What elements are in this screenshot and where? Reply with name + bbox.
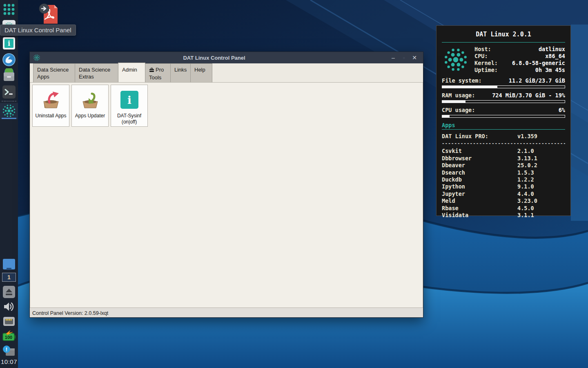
titlebar[interactable]: DAT Linux Control Panel – ▫ ✕: [30, 52, 423, 63]
dat-linux-logo-icon: [443, 47, 469, 73]
meter-value: 11.2 GiB/23.7 GiB: [509, 77, 565, 84]
admin-tab-content: Uninstall Apps Apps Updater i DAT-Sy: [30, 83, 423, 307]
tab-links[interactable]: Links: [170, 63, 191, 82]
desktop: i 1: [0, 0, 588, 368]
uninstall-apps-button[interactable]: Uninstall Apps: [32, 85, 69, 127]
uninstall-apps-label: Uninstall Apps: [34, 113, 67, 119]
terminal-icon[interactable]: [2, 85, 16, 99]
eject-icon[interactable]: [2, 285, 16, 298]
launcher-tooltip: DAT Linux Control Panel: [0, 25, 76, 36]
filesystem-meter: File system:11.2 GiB/23.7 GiB: [442, 77, 565, 88]
taskbar-item-dat-control-panel[interactable]: [0, 103, 18, 119]
package-row: Dbeaver25.0.2: [442, 162, 565, 169]
dat-linux-logo-icon: [2, 103, 16, 118]
clock[interactable]: 10:07: [1, 358, 17, 365]
dashed-divider: ----------------------------------------…: [442, 141, 565, 146]
filesystem-bar: [442, 85, 565, 88]
notifications-icon[interactable]: !: [2, 344, 16, 357]
divider: [442, 129, 565, 130]
system-info-icon[interactable]: i: [2, 37, 16, 50]
package-row: Visidata3.1.1: [442, 212, 565, 219]
workspace-number: 1: [7, 274, 11, 280]
info-label: CPU:: [474, 53, 502, 60]
tab-bar: Data Science Apps Data Science Extras Ad…: [30, 63, 423, 83]
meter-value: 724 MiB/3.70 GiB - 19%: [492, 92, 565, 99]
control-panel-window: DAT Linux Control Panel – ▫ ✕ Data Scien…: [29, 52, 423, 318]
taskbar: i 1: [0, 0, 18, 368]
ram-bar: [442, 100, 565, 103]
dat-sysinf-label: DAT-Sysinf (on|off): [111, 113, 147, 125]
svg-text:i: i: [127, 94, 131, 106]
cpu-bar: [442, 115, 565, 118]
meter-label: RAM usage:: [442, 92, 475, 99]
workspace-pager[interactable]: 1: [2, 273, 16, 282]
tab-data-science-apps[interactable]: Data Science Apps: [33, 63, 75, 82]
tab-help[interactable]: Help: [190, 63, 212, 82]
battery-percent-label: 100: [5, 335, 12, 340]
svg-text:i: i: [8, 40, 10, 47]
pdf-file-icon: [39, 3, 60, 25]
pro-label: DAT Linux PRO:: [442, 133, 517, 140]
apps-updater-label: Apps Updater: [74, 113, 106, 119]
pro-version-row: DAT Linux PRO:v1.359: [442, 133, 565, 140]
apps-section-header: Apps: [442, 122, 565, 128]
dat-sysinf-icon: i: [120, 89, 139, 110]
apps-updater-icon: [80, 89, 101, 110]
meter-label: File system:: [442, 77, 482, 84]
status-bar: Control Panel Version: 2.0.59-lxqt: [30, 307, 423, 317]
meter-value: 6%: [559, 107, 565, 113]
clock-label: 10:07: [1, 358, 17, 365]
apps-updater-button[interactable]: Apps Updater: [71, 85, 109, 127]
status-text: Control Panel Version: 2.0.59-lxqt: [32, 310, 108, 316]
close-button[interactable]: ✕: [409, 54, 420, 62]
info-label: Uptime:: [474, 67, 502, 74]
package-row: Ipython9.1.0: [442, 183, 565, 190]
window-title: DAT Linux Control Panel: [40, 55, 388, 61]
package-row: Duckdb1.2.2: [442, 176, 565, 183]
show-desktop-icon[interactable]: [2, 258, 16, 271]
tab-admin[interactable]: Admin: [118, 63, 145, 82]
dat-sysinf-button[interactable]: i DAT-Sysinf (on|off): [111, 85, 148, 127]
tab-pro-tools[interactable]: Pro Tools: [145, 63, 171, 82]
file-manager-icon[interactable]: [2, 68, 16, 82]
minimize-button[interactable]: –: [388, 54, 399, 62]
info-label: Host:: [474, 46, 502, 53]
system-info-widget: DAT Linux 2.0.1 Host:datlinux CPU:x86_64…: [436, 25, 571, 216]
info-value: x86_64: [502, 53, 565, 60]
uninstall-apps-icon: [40, 89, 62, 110]
svg-text:!: !: [6, 346, 7, 352]
briefcase-icon: [149, 67, 154, 74]
package-row: Dsearch1.5.3: [442, 169, 565, 176]
package-row: Meld3.23.0: [442, 197, 565, 204]
info-value: 0h 3m 45s: [502, 67, 565, 74]
window-logo-icon: [33, 54, 40, 61]
app-grid-icon[interactable]: [3, 3, 15, 16]
divider: [442, 42, 565, 43]
system-info-table: Host:datlinux CPU:x86_64 Kernel:6.8.0-58…: [474, 46, 565, 74]
cpu-meter: CPU usage:6%: [442, 107, 565, 118]
taskbar-separator: [2, 101, 16, 102]
meter-label: CPU usage:: [442, 107, 475, 113]
info-label: Kernel:: [474, 60, 502, 67]
widget-title: DAT Linux 2.0.1: [442, 31, 565, 38]
tab-data-science-extras[interactable]: Data Science Extras: [75, 63, 118, 82]
package-row: Dbbrowser3.13.1: [442, 155, 565, 162]
ram-meter: RAM usage:724 MiB/3.70 GiB - 19%: [442, 92, 565, 103]
info-value: 6.8.0-58-generic: [502, 60, 565, 67]
package-row: Csvkit2.1.0: [442, 148, 565, 155]
info-value: datlinux: [502, 46, 565, 53]
pro-value: v1.359: [517, 133, 537, 140]
battery-icon[interactable]: 100: [2, 330, 16, 342]
network-icon[interactable]: [2, 315, 16, 328]
package-row: Rbase4.5.0: [442, 205, 565, 212]
maximize-button[interactable]: ▫: [399, 54, 409, 62]
desktop-shortcut-control-panel[interactable]: [39, 3, 60, 25]
package-row: Jupyter4.4.0: [442, 191, 565, 197]
active-window-indicator: [2, 118, 16, 119]
volume-icon[interactable]: [3, 301, 15, 312]
web-browser-icon[interactable]: [2, 53, 16, 66]
